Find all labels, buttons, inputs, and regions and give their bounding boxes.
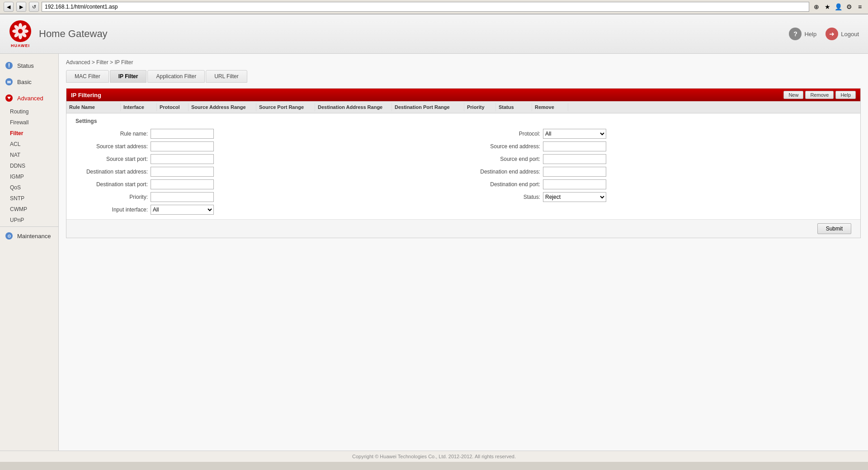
col-remove: Remove xyxy=(532,103,568,111)
sidebar-sub-upnp[interactable]: UPnP xyxy=(0,215,58,226)
advanced-icon xyxy=(5,94,14,103)
address-bar[interactable] xyxy=(42,2,809,12)
sidebar-sub-routing[interactable]: Routing xyxy=(0,106,58,117)
sidebar-sub-filter[interactable]: Filter xyxy=(0,128,58,139)
sidebar: Status Basic Advanced Routing Fir xyxy=(0,54,59,451)
dest-start-port-input[interactable] xyxy=(151,179,214,189)
menu-icon[interactable]: ≡ xyxy=(855,2,864,11)
svg-rect-14 xyxy=(7,81,11,82)
filter-panel-title: IP Filtering xyxy=(71,92,101,99)
sidebar-sub-firewall[interactable]: Firewall xyxy=(0,117,58,128)
routing-label: Routing xyxy=(10,108,28,115)
priority-input[interactable] xyxy=(151,192,214,202)
sidebar-sub-igmp[interactable]: IGMP xyxy=(0,171,58,182)
col-source-port-range: Source Port Range xyxy=(256,103,315,111)
huawei-logo: HUAWEI xyxy=(9,20,32,48)
settings-icon[interactable]: ⚙ xyxy=(844,2,854,11)
source-end-port-row: Source end port: xyxy=(468,154,851,164)
dest-start-addr-input[interactable] xyxy=(151,167,214,177)
settings-section: Settings Rule name: Source start addre xyxy=(66,113,860,219)
filter-header: IP Filtering New Remove Help xyxy=(66,89,860,101)
status-icon xyxy=(5,61,14,70)
dest-start-addr-row: Destination start address: xyxy=(75,167,459,177)
sidebar-item-maintenance[interactable]: ⚙ Maintenance xyxy=(0,228,58,244)
col-priority: Priority xyxy=(464,103,496,111)
help-button[interactable]: ? Help xyxy=(789,28,816,40)
basic-icon xyxy=(5,77,14,86)
sidebar-item-status-label: Status xyxy=(17,62,34,69)
bookmark-icon[interactable]: ★ xyxy=(823,2,832,11)
acl-label: ACL xyxy=(10,141,20,147)
source-start-port-label: Source start port: xyxy=(75,156,148,162)
svg-point-9 xyxy=(18,29,23,33)
sidebar-sub-nat[interactable]: NAT xyxy=(0,150,58,160)
breadcrumb: Advanced > Filter > IP Filter xyxy=(66,59,861,66)
dest-end-addr-label: Destination end address: xyxy=(468,169,540,175)
sidebar-item-maintenance-label: Maintenance xyxy=(17,233,51,240)
breadcrumb-filter[interactable]: Filter xyxy=(96,59,108,66)
footer-text: Copyright © Huawei Technologies Co., Ltd… xyxy=(352,454,516,459)
breadcrumb-advanced[interactable]: Advanced xyxy=(66,59,90,66)
main-area: Status Basic Advanced Routing Fir xyxy=(0,54,868,451)
source-start-addr-input[interactable] xyxy=(151,141,214,151)
new-button[interactable]: New xyxy=(783,91,803,99)
tab-app-filter[interactable]: Application Filter xyxy=(147,70,205,83)
help-label: Help xyxy=(804,31,816,38)
protocol-select[interactable]: All TCP UDP ICMP xyxy=(543,129,606,139)
igmp-label: IGMP xyxy=(10,174,24,180)
maintenance-icon: ⚙ xyxy=(5,231,14,240)
upnp-label: UPnP xyxy=(10,217,24,223)
tab-url-filter[interactable]: URL Filter xyxy=(206,70,247,83)
sidebar-item-basic[interactable]: Basic xyxy=(0,74,58,90)
forward-button[interactable]: ▶ xyxy=(16,2,26,12)
logout-label: Logout xyxy=(841,31,859,38)
settings-right-col: Protocol: All TCP UDP ICMP Source xyxy=(468,129,851,215)
extensions-icon[interactable]: ⊕ xyxy=(812,2,821,11)
back-button[interactable]: ◀ xyxy=(4,2,14,12)
help-filter-button[interactable]: Help xyxy=(835,91,856,99)
dest-end-port-input[interactable] xyxy=(543,179,606,189)
submit-button[interactable]: Submit xyxy=(817,223,851,234)
sidebar-item-advanced[interactable]: Advanced xyxy=(0,90,58,106)
huawei-logo-text: HUAWEI xyxy=(11,43,30,48)
sidebar-sub-qos[interactable]: QoS xyxy=(0,182,58,193)
sidebar-item-advanced-label: Advanced xyxy=(17,95,43,102)
filter-table-header: Rule Name Interface Protocol Source Addr… xyxy=(66,101,860,113)
dest-end-addr-row: Destination end address: xyxy=(468,167,851,177)
ddns-label: DDNS xyxy=(10,163,25,169)
breadcrumb-sep1: > xyxy=(92,59,96,66)
user-icon[interactable]: 👤 xyxy=(834,2,843,11)
source-start-addr-label: Source start address: xyxy=(75,143,148,150)
rule-name-row: Rule name: xyxy=(75,129,459,139)
source-start-port-row: Source start port: xyxy=(75,154,459,164)
refresh-button[interactable]: ↺ xyxy=(29,2,39,12)
input-interface-row: Input interface: All WAN LAN xyxy=(75,205,459,215)
rule-name-input[interactable] xyxy=(151,129,214,139)
sidebar-item-status[interactable]: Status xyxy=(0,57,58,74)
priority-label: Priority: xyxy=(75,194,148,200)
sidebar-sub-ddns[interactable]: DDNS xyxy=(0,160,58,171)
sidebar-sub-cwmp[interactable]: CWMP xyxy=(0,204,58,215)
tab-mac-filter[interactable]: MAC Filter xyxy=(66,70,109,83)
protocol-label: Protocol: xyxy=(468,131,540,137)
dest-start-addr-label: Destination start address: xyxy=(75,169,148,175)
dest-end-addr-input[interactable] xyxy=(543,167,606,177)
sidebar-sub-sntp[interactable]: SNTP xyxy=(0,193,58,204)
logout-button[interactable]: ➜ Logout xyxy=(826,28,859,40)
settings-title: Settings xyxy=(75,118,851,124)
source-end-addr-input[interactable] xyxy=(543,141,606,151)
dest-end-port-row: Destination end port: xyxy=(468,179,851,189)
content-area: Advanced > Filter > IP Filter MAC Filter… xyxy=(59,54,868,451)
col-dest-port-range: Destination Port Range xyxy=(392,103,464,111)
tab-ip-filter[interactable]: IP Filter xyxy=(110,70,147,83)
source-start-port-input[interactable] xyxy=(151,154,214,164)
sidebar-sub-acl[interactable]: ACL xyxy=(0,139,58,150)
input-interface-select[interactable]: All WAN LAN xyxy=(151,205,214,215)
browser-chrome: ◀ ▶ ↺ ⊕ ★ 👤 ⚙ ≡ xyxy=(0,0,868,14)
remove-button[interactable]: Remove xyxy=(805,91,834,99)
source-end-port-input[interactable] xyxy=(543,154,606,164)
status-select[interactable]: Reject Accept Drop xyxy=(543,192,606,202)
page-footer: Copyright © Huawei Technologies Co., Ltd… xyxy=(0,451,868,462)
dest-start-port-label: Destination start port: xyxy=(75,181,148,188)
col-status: Status xyxy=(496,103,532,111)
